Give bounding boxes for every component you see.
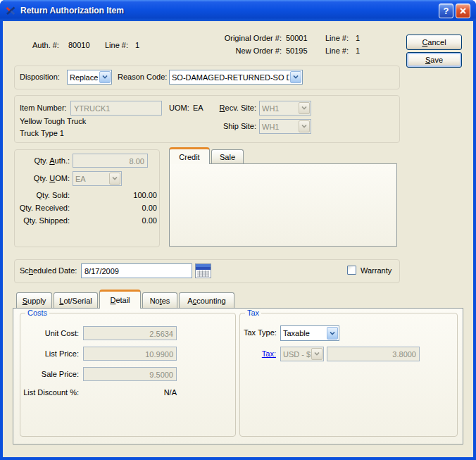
warranty-checkbox[interactable] xyxy=(347,266,356,275)
credit-tab-panel xyxy=(169,163,397,247)
qty-shipped-value: 0.00 xyxy=(142,216,157,225)
tax-type-value: Taxable xyxy=(281,329,326,337)
original-order-value: 50001 xyxy=(286,34,308,43)
tab-lot-serial[interactable]: Lot/Serial xyxy=(54,292,98,308)
question-mark-icon: ? xyxy=(444,6,449,16)
tab-supply[interactable]: Supply xyxy=(16,292,52,308)
tax-link[interactable]: Tax: xyxy=(262,349,276,359)
tax-currency-value: USD - $ xyxy=(281,350,311,359)
list-price-field: 10.9900 xyxy=(83,347,177,361)
new-order-value: 50195 xyxy=(286,46,308,56)
auth-line-label: Line #: xyxy=(105,41,128,50)
item-number-field: YTRUCK1 xyxy=(70,101,162,116)
original-line-label: Line #: xyxy=(325,34,349,43)
original-order-label: Original Order #: xyxy=(225,34,282,43)
chevron-down-icon xyxy=(311,348,322,360)
close-icon xyxy=(459,7,467,15)
scheduled-date-input[interactable]: 8/17/2009 xyxy=(81,263,192,278)
chevron-down-icon xyxy=(109,173,120,185)
reason-code-label: Reason Code: xyxy=(118,73,167,82)
tax-type-select[interactable]: Taxable xyxy=(280,325,339,341)
qty-auth-field: 8.00 xyxy=(73,154,148,168)
auth-line-value: 1 xyxy=(135,41,139,50)
list-discount-label: List Discount %: xyxy=(23,388,79,397)
qty-uom-select: EA xyxy=(73,171,122,186)
app-x-logo-icon xyxy=(5,5,16,16)
warranty-label: Warranty xyxy=(361,266,392,275)
chevron-down-icon xyxy=(99,71,111,83)
return-authorization-item-window: Return Authorization Item ? Auth. #: 800… xyxy=(0,0,476,460)
item-description-line2: Truck Type 1 xyxy=(20,129,64,138)
calendar-button[interactable] xyxy=(195,263,211,278)
item-description-line1: Yellow Tough Truck xyxy=(20,117,86,126)
calendar-icon xyxy=(195,263,211,278)
new-order-label: New Order #: xyxy=(236,46,282,56)
costs-caption: Costs xyxy=(25,309,49,317)
auth-number-label: Auth. #: xyxy=(32,41,59,50)
list-discount-value: N/A xyxy=(83,388,177,397)
reason-code-value: SO-DAMAGED-RETURNED-SO Damage xyxy=(170,73,289,82)
scheduled-date-label: Scheduled Date: xyxy=(20,266,77,275)
tab-notes[interactable]: Notes xyxy=(142,292,177,308)
item-uom-value: EA xyxy=(193,104,203,113)
qty-received-label: Qty. Received: xyxy=(20,204,70,213)
title-bar[interactable]: Return Authorization Item xyxy=(0,0,476,21)
close-button[interactable] xyxy=(456,4,470,18)
recv-site-select: WH1 xyxy=(259,101,311,116)
tax-caption: Tax xyxy=(245,309,261,317)
list-price-label: List Price: xyxy=(45,349,79,359)
item-uom-label: UOM: xyxy=(169,104,189,113)
disposition-label: Disposition: xyxy=(20,73,60,82)
new-line-label: Line #: xyxy=(325,46,349,56)
recv-site-label: Recv. Site: xyxy=(220,104,256,113)
chevron-down-icon xyxy=(299,102,310,114)
ship-site-value: WH1 xyxy=(260,123,298,131)
qty-sold-label: Qty. Sold: xyxy=(37,191,70,200)
item-number-label: Item Number: xyxy=(20,104,67,113)
qty-sold-value: 100.00 xyxy=(133,191,157,200)
auth-number-value: 80010 xyxy=(68,41,90,50)
tab-accounting[interactable]: Accounting xyxy=(179,292,234,308)
unit-cost-field: 2.5634 xyxy=(83,326,177,340)
window-title: Return Authorization Item xyxy=(20,6,124,15)
reason-code-select[interactable]: SO-DAMAGED-RETURNED-SO Damage xyxy=(169,70,303,85)
cancel-button[interactable]: Cancel xyxy=(406,35,462,50)
ship-site-label: Ship Site: xyxy=(223,122,256,131)
sale-price-label: Sale Price: xyxy=(42,370,79,379)
unit-cost-label: Unit Cost: xyxy=(45,329,79,338)
save-button[interactable]: Save xyxy=(406,52,462,68)
qty-shipped-label: Qty. Shipped: xyxy=(23,216,70,225)
recv-site-value: WH1 xyxy=(260,104,298,113)
ship-site-select: WH1 xyxy=(259,119,311,134)
new-line-value: 1 xyxy=(356,46,360,56)
original-line-value: 1 xyxy=(356,34,360,43)
disposition-value: Replace xyxy=(68,73,99,82)
tab-sale[interactable]: Sale xyxy=(211,149,244,163)
tax-amount-field: 3.8000 xyxy=(327,347,420,361)
chevron-down-icon xyxy=(299,120,310,132)
qty-auth-label: Qty. Auth.: xyxy=(34,156,70,166)
qty-uom-value: EA xyxy=(73,175,108,183)
qty-received-value: 0.00 xyxy=(142,204,157,213)
sale-price-field: 9.5000 xyxy=(83,367,177,381)
help-button[interactable]: ? xyxy=(439,4,453,18)
qty-uom-label: Qty. UOM: xyxy=(34,174,70,183)
tax-currency-select: USD - $ xyxy=(280,347,324,361)
tab-credit[interactable]: Credit xyxy=(169,147,210,164)
disposition-select[interactable]: Replace xyxy=(67,70,112,85)
chevron-down-icon xyxy=(327,327,338,340)
chevron-down-icon xyxy=(290,71,301,83)
tab-detail[interactable]: Detail xyxy=(99,290,141,309)
tax-type-label: Tax Type: xyxy=(244,328,277,337)
